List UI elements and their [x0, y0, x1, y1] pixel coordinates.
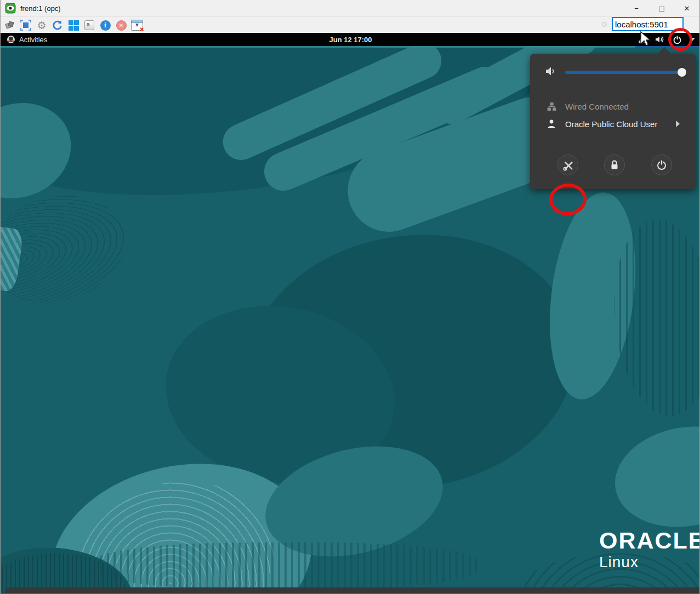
user-icon [547, 119, 556, 129]
cubes-icon [4, 20, 15, 31]
submenu-arrow-icon [676, 121, 680, 127]
gnome-top-bar: Activities Jun 12 17:00 [1, 33, 700, 46]
activities-button[interactable]: Activities [7, 36, 47, 44]
system-menu: Wired Connected Oracle Public Cloud User [530, 54, 696, 189]
volume-slider-handle[interactable] [678, 68, 686, 77]
wired-status-label: Wired Connected [565, 102, 629, 111]
activities-label: Activities [19, 36, 47, 44]
power-icon [656, 159, 667, 170]
mouse-cursor [640, 31, 653, 48]
maximize-button[interactable]: □ [649, 0, 674, 16]
menu-button-row [530, 155, 696, 178]
user-menu-item[interactable]: Oracle Public Cloud User [530, 117, 696, 130]
close-x-icon: ✕ [116, 20, 127, 31]
connection-info-button[interactable]: i [99, 19, 111, 31]
new-connection-button[interactable] [4, 19, 16, 31]
connection-options-button[interactable]: ⚙ [36, 19, 48, 31]
lock-icon [610, 159, 619, 170]
refresh-screen-button[interactable] [52, 19, 64, 31]
info-icon: i [100, 20, 111, 31]
user-name-label: Oracle Public Cloud User [565, 119, 657, 129]
volume-row [530, 64, 696, 81]
wired-network-item[interactable]: Wired Connected [530, 100, 696, 113]
window-list-panel[interactable] [5, 587, 700, 593]
title-bar: frend:1 (opc) − □ ✕ [1, 0, 699, 16]
window-controls: − □ ✕ [624, 0, 699, 16]
fullscreen-button[interactable] [20, 19, 32, 31]
settings-tools-icon [562, 159, 574, 171]
close-button[interactable]: ✕ [674, 0, 699, 16]
oracle-linux-logo: ORACLE Linux [599, 529, 700, 571]
refresh-icon [52, 20, 63, 31]
speaker-icon [545, 66, 557, 77]
wired-icon [547, 102, 556, 111]
oracle-wordmark: ORACLE [599, 529, 700, 552]
unavailable-badge: ✕ [140, 26, 144, 32]
distro-icon [7, 36, 15, 43]
minimize-button[interactable]: − [624, 0, 649, 16]
ctrl-alt-del-button[interactable] [67, 19, 79, 31]
windows-logo-icon [69, 20, 79, 31]
vnc-server-address-input[interactable] [612, 17, 684, 31]
menu-pointer-arrow [658, 47, 671, 54]
send-alt-button[interactable]: a [83, 19, 95, 31]
vnc-viewer-window: frend:1 (opc) − □ ✕ ⚙ [0, 0, 700, 594]
alt-key-icon: a [84, 20, 94, 30]
gear-icon: ⚙ [37, 20, 46, 31]
vnc-toolbar: ⚙ a i ✕ ✕ [1, 16, 699, 33]
clock[interactable]: Jun 12 17:00 [1, 36, 700, 44]
lock-button[interactable] [604, 155, 625, 175]
settings-button[interactable] [557, 155, 578, 175]
linux-wordmark: Linux [599, 553, 700, 571]
fullscreen-icon [20, 20, 31, 31]
disconnect-button[interactable]: ✕ [115, 19, 127, 31]
file-transfer-button[interactable]: ✕ [131, 19, 143, 31]
window-title: frend:1 (opc) [20, 4, 61, 13]
remote-desktop: ORACLE Linux Activities Jun 12 17:00 [1, 33, 700, 594]
power-button[interactable] [651, 155, 672, 175]
volume-slider[interactable] [565, 71, 682, 74]
file-transfer-icon: ✕ [131, 20, 143, 31]
annotation-circle-power [668, 28, 692, 51]
volume-icon [655, 35, 665, 44]
tightvnc-app-icon [5, 3, 16, 14]
address-grip-dot [602, 22, 607, 27]
